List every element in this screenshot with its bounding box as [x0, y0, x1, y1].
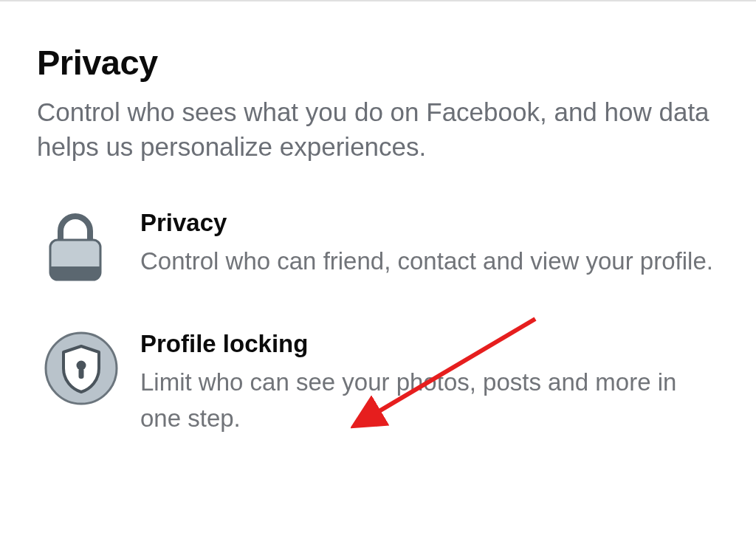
settings-item-privacy[interactable]: Privacy Control who can friend, contact … — [37, 209, 719, 284]
item-title: Profile locking — [140, 330, 716, 358]
page-subtitle: Control who sees what you do on Facebook… — [37, 94, 716, 165]
item-description: Control who can friend, contact and view… — [140, 243, 716, 280]
settings-item-profile-locking[interactable]: Profile locking Limit who can see your p… — [37, 330, 719, 437]
item-body: Privacy Control who can friend, contact … — [140, 209, 716, 280]
page-title: Privacy — [37, 42, 719, 83]
svg-rect-3 — [79, 368, 84, 379]
item-body: Profile locking Limit who can see your p… — [140, 330, 716, 437]
item-description: Limit who can see your photos, posts and… — [140, 364, 716, 437]
item-title: Privacy — [140, 209, 716, 237]
lock-icon — [37, 209, 140, 284]
privacy-settings-page: Privacy Control who sees what you do on … — [0, 1, 756, 437]
shield-lock-icon — [37, 330, 140, 405]
